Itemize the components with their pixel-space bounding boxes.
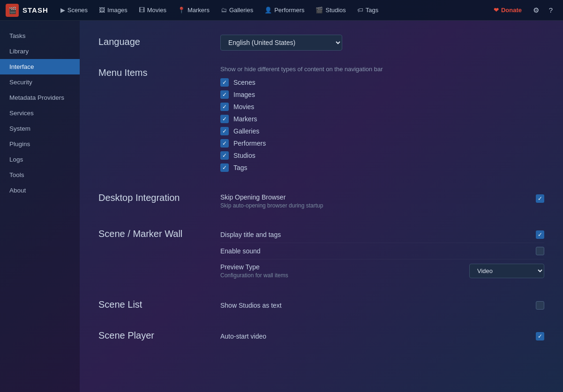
skip-browser-label: Skip Opening Browser [220,193,323,201]
studios-icon: 🎬 [315,7,323,14]
scene-player-section: Scene Player Auto-start video ✓ [98,328,544,344]
sidebar-item-system[interactable]: System [0,121,80,136]
desktop-integration-body: Skip Opening Browser Skip auto-opening b… [211,191,544,212]
preview-type-label: Preview Type [220,263,288,271]
nav-item-movies[interactable]: 🎞 Movies [134,0,171,21]
auto-start-video-checkbox[interactable]: ✓ [536,332,544,340]
sidebar-item-interface[interactable]: Interface [0,59,80,74]
sidebar-item-logs[interactable]: Logs [0,152,80,167]
scenes-icon: ▶ [60,7,65,14]
preview-type-row: Preview Type Configuration for wall item… [220,259,544,282]
show-studios-as-text-row: Show Studios as text [220,297,544,313]
nav-item-galleries[interactable]: 🗂 Galleries [216,0,258,21]
menu-item-row-galleries: ✓Galleries [220,127,544,135]
movies-icon: 🎞 [139,7,145,14]
menu-item-label-galleries: Galleries [233,127,259,135]
display-title-tags-checkbox[interactable]: ✓ [536,230,544,239]
display-title-tags-row: Display title and tags ✓ [220,227,544,243]
preview-type-select[interactable]: Video Image Animation [469,264,544,278]
language-section-title: Language [98,35,211,47]
auto-start-video-row: Auto-start video ✓ [220,328,544,344]
scene-marker-wall-section: Scene / Marker Wall Display title and ta… [98,227,544,282]
menu-item-label-studios: Studios [233,152,255,159]
menu-items-section-body: Show or hide different types of content … [211,66,544,176]
nav-item-scenes[interactable]: ▶ Scenes [56,0,92,21]
brand-icon: 🎬 [6,4,19,17]
brand[interactable]: 🎬 STASH [6,4,48,17]
menu-item-row-tags: ✓Tags [220,163,544,172]
scene-player-title: Scene Player [98,328,211,341]
enable-sound-checkbox[interactable] [536,247,544,255]
galleries-icon: 🗂 [221,7,227,14]
markers-icon: 📍 [178,7,185,14]
enable-sound-label: Enable sound [220,247,261,255]
menu-item-checkbox-markers[interactable]: ✓ [220,115,229,123]
menu-item-row-markers: ✓Markers [220,115,544,123]
main-content: Language English (United States) French … [80,21,563,392]
menu-item-checkbox-movies[interactable]: ✓ [220,103,229,111]
menu-item-row-studios: ✓Studios [220,151,544,160]
sidebar-item-services[interactable]: Services [0,105,80,121]
nav-item-images[interactable]: 🖼 Images [94,0,132,21]
top-navigation: 🎬 STASH ▶ Scenes 🖼 Images 🎞 Movies 📍 Mar… [0,0,563,21]
sidebar-item-about[interactable]: About [0,183,80,198]
show-studios-label: Show Studios as text [220,302,282,309]
sidebar: Tasks Library Interface Security Metadat… [0,21,80,392]
brand-name: STASH [23,6,48,14]
settings-icon[interactable]: ⚙ [529,4,542,17]
menu-item-label-markers: Markers [233,115,257,123]
menu-item-row-images: ✓Images [220,90,544,99]
sidebar-item-library[interactable]: Library [0,44,80,59]
desktop-integration-title: Desktop Integration [98,191,211,203]
nav-item-studios[interactable]: 🎬 Studios [311,0,350,21]
menu-item-row-movies: ✓Movies [220,103,544,111]
language-section: Language English (United States) French … [98,35,544,51]
skip-browser-desc: Skip auto-opening browser during startup [220,202,323,209]
menu-item-checkbox-scenes[interactable]: ✓ [220,78,229,87]
sidebar-item-tools[interactable]: Tools [0,167,80,183]
scene-marker-wall-title: Scene / Marker Wall [98,227,211,239]
menu-item-checkbox-performers[interactable]: ✓ [220,139,229,148]
show-studios-checkbox[interactable] [536,301,544,310]
heart-icon: ❤ [494,7,499,14]
scene-list-body: Show Studios as text [211,297,544,313]
enable-sound-row: Enable sound [220,243,544,259]
menu-item-label-scenes: Scenes [233,79,255,86]
menu-item-label-images: Images [233,91,255,98]
menu-item-checkbox-images[interactable]: ✓ [220,90,229,99]
menu-items-section-title: Menu Items [98,66,211,78]
nav-item-markers[interactable]: 📍 Markers [173,0,214,21]
sidebar-item-plugins[interactable]: Plugins [0,136,80,152]
tags-icon: 🏷 [357,7,363,14]
display-title-tags-label: Display title and tags [220,231,281,238]
nav-item-performers[interactable]: 👤 Performers [260,0,309,21]
menu-item-label-tags: Tags [233,164,248,171]
sidebar-item-metadata-providers[interactable]: Metadata Providers [0,90,80,105]
menu-item-label-movies: Movies [233,103,254,111]
menu-item-checkbox-tags[interactable]: ✓ [220,163,229,172]
menu-item-row-performers: ✓Performers [220,139,544,148]
help-icon[interactable]: ? [544,4,557,17]
menu-item-label-performers: Performers [233,140,266,147]
scene-marker-wall-body: Display title and tags ✓ Enable sound Pr… [211,227,544,282]
sidebar-item-security[interactable]: Security [0,74,80,90]
skip-opening-browser-row: Skip Opening Browser Skip auto-opening b… [220,191,544,212]
scene-player-body: Auto-start video ✓ [211,328,544,344]
desktop-integration-section: Desktop Integration Skip Opening Browser… [98,191,544,212]
language-section-body: English (United States) French German Sp… [211,35,544,51]
menu-item-checkbox-galleries[interactable]: ✓ [220,127,229,135]
preview-type-description: Configuration for wall items [220,272,288,279]
scene-list-section: Scene List Show Studios as text [98,297,544,313]
menu-items-section: Menu Items Show or hide different types … [98,66,544,176]
images-icon: 🖼 [99,7,105,14]
nav-item-tags[interactable]: 🏷 Tags [353,0,383,21]
menu-items-description: Show or hide different types of content … [220,66,544,73]
performers-icon: 👤 [264,7,272,14]
menu-item-checkbox-studios[interactable]: ✓ [220,151,229,160]
menu-item-row-scenes: ✓Scenes [220,78,544,87]
sidebar-item-tasks[interactable]: Tasks [0,28,80,44]
scene-list-title: Scene List [98,297,211,310]
skip-browser-checkbox[interactable]: ✓ [536,194,544,203]
language-select[interactable]: English (United States) French German Sp… [220,35,342,51]
donate-button[interactable]: ❤ Donate [488,3,527,17]
